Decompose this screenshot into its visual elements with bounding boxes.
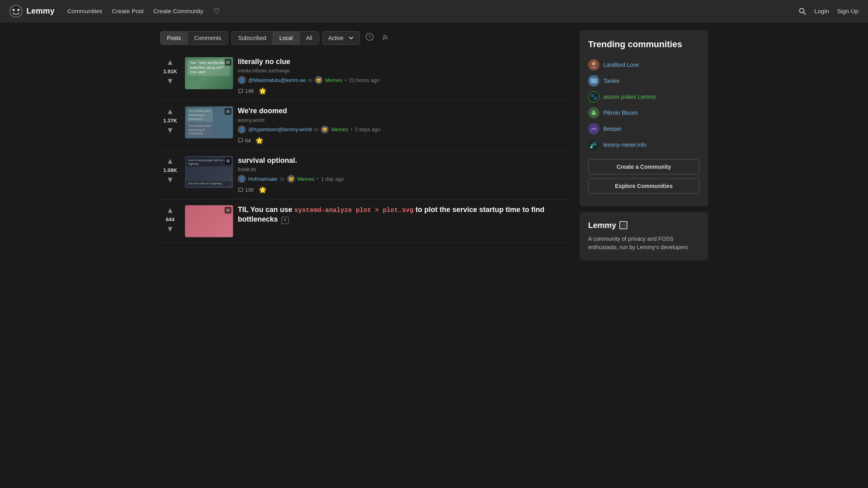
nav-create-post[interactable]: Create Post	[112, 6, 144, 16]
community-link[interactable]: Memes	[325, 77, 342, 83]
upvote-button[interactable]: ▲	[165, 57, 175, 67]
post-title[interactable]: literally no clue	[238, 57, 570, 66]
tab-posts[interactable]: Posts	[161, 32, 188, 44]
list-item[interactable]: 🐾 asonix pokes Lemmy	[588, 89, 699, 105]
lemmy-description: A community of privacy and FOSS enthusia…	[588, 235, 699, 252]
post-time: 2 days ago	[355, 126, 380, 132]
post-title[interactable]: survival optional.	[238, 156, 570, 165]
award-icon[interactable]: 🌟	[259, 87, 267, 95]
svg-point-9	[592, 62, 596, 66]
svg-point-1	[12, 9, 15, 11]
vote-count: 644	[166, 216, 175, 222]
post-meta: 👤 Hofmaimaier to 🐱 Memes • 1 day ago	[238, 175, 570, 183]
post-thumbnail[interactable]: ⊞	[185, 205, 233, 237]
expand-icon[interactable]: +	[281, 217, 289, 224]
meta-dot: •	[345, 77, 347, 83]
lemmy-logo-icon	[10, 5, 22, 18]
search-icon	[798, 7, 806, 15]
nav-communities[interactable]: Communities	[67, 6, 102, 16]
thumbnail-type-icon: ⊞	[225, 158, 231, 164]
upvote-button[interactable]: ▲	[165, 156, 175, 166]
post-thumbnail[interactable]: How to keep people safe on a highway Don…	[185, 156, 233, 188]
sort-dropdown[interactable]: Active	[322, 31, 360, 45]
logo-text: Lemmy	[26, 6, 54, 16]
chevron-down-icon	[348, 35, 354, 41]
comment-count[interactable]: 130	[238, 187, 254, 193]
downvote-button[interactable]: ▼	[165, 175, 175, 184]
search-button[interactable]	[798, 7, 806, 15]
downvote-button[interactable]: ▼	[165, 76, 175, 86]
vote-count: 1.37K	[163, 118, 177, 124]
post-card: ▲ 1.91K ▼ You: "Why are the bees butterf…	[160, 52, 570, 101]
svg-point-7	[383, 38, 384, 40]
award-icon[interactable]: 🌟	[255, 137, 263, 144]
feed-tab-local[interactable]: Local	[273, 32, 299, 44]
community-link[interactable]: Memes	[331, 126, 348, 132]
comment-count[interactable]: 64	[238, 138, 251, 144]
user-avatar: 👤	[238, 175, 246, 183]
help-button[interactable]: ?	[363, 30, 376, 45]
list-item[interactable]: Landlord Love	[588, 57, 699, 73]
login-button[interactable]: Login	[814, 8, 829, 14]
lemmy-info-card: Lemmy □ A community of privacy and FOSS …	[580, 212, 708, 260]
community-avatar	[588, 139, 599, 150]
trending-communities-card: Trending communities Landlord Love Tanki…	[580, 30, 708, 206]
list-item[interactable]: Pikmin Bloom	[588, 105, 699, 121]
community-avatar: 🐱	[321, 126, 329, 134]
author-link[interactable]: @hypertown@lemmy.world	[248, 126, 311, 132]
meta-dot: •	[317, 176, 319, 182]
sort-label: Active	[328, 35, 344, 41]
meta-separator: to	[280, 176, 285, 182]
post-thumbnail[interactable]: The flowers are blooming in Antarctica T…	[185, 106, 233, 138]
list-item[interactable]: lemmy-meter.info	[588, 137, 699, 153]
thumbnail-type-icon: ⊞	[225, 59, 231, 66]
post-time: 1 day ago	[321, 176, 344, 182]
post-title[interactable]: We're doomed	[238, 106, 570, 116]
post-card: ▲ 1.08K ▼ How to keep people safe on a h…	[160, 150, 570, 200]
author-link[interactable]: Hofmaimaier	[248, 176, 278, 182]
downvote-button[interactable]: ▼	[165, 224, 175, 234]
trending-communities-title: Trending communities	[588, 39, 699, 50]
vote-column: ▲ 1.08K ▼	[160, 156, 180, 184]
signup-button[interactable]: Sign Up	[837, 8, 858, 14]
comment-count[interactable]: 148	[238, 88, 254, 94]
explore-communities-button[interactable]: Explore Communities	[588, 178, 699, 194]
community-avatar	[588, 75, 599, 86]
help-icon: ?	[366, 33, 374, 41]
navbar-right: Login Sign Up	[798, 7, 858, 15]
nav-create-community[interactable]: Create Community	[153, 6, 203, 16]
tab-comments[interactable]: Comments	[188, 32, 228, 44]
upvote-button[interactable]: ▲	[165, 205, 175, 215]
feed-tab-subscribed[interactable]: Subscribed	[232, 32, 273, 44]
nav-heart-btn[interactable]: ♡	[213, 6, 220, 16]
svg-text:🐾: 🐾	[590, 93, 598, 100]
post-thumbnail[interactable]: You: "Why are the bees butterflies dying…	[185, 57, 233, 89]
post-title[interactable]: TIL You can use systemd-analyze plot > p…	[238, 205, 570, 224]
navbar-logo[interactable]: Lemmy	[10, 5, 54, 18]
rss-button[interactable]	[379, 30, 392, 45]
svg-point-16	[591, 111, 593, 113]
main-layout: Posts Comments Subscribed Local All Acti…	[154, 22, 714, 274]
post-card: ▲ 1.37K ▼ The flowers are blooming in An…	[160, 101, 570, 150]
comment-icon	[238, 138, 243, 143]
downvote-button[interactable]: ▼	[165, 125, 175, 135]
feed-tab-all[interactable]: All	[299, 32, 319, 44]
community-name: Tankie	[603, 78, 619, 84]
community-avatar	[588, 107, 599, 118]
post-body: literally no clue media.infosec.exchange…	[238, 57, 570, 95]
post-card: ▲ 644 ▼ ⊞ TIL You can use systemd-analyz…	[160, 200, 570, 243]
award-icon[interactable]: 🌟	[259, 186, 267, 194]
post-time: 23 hours ago	[349, 77, 379, 83]
list-item[interactable]: Beeper	[588, 121, 699, 137]
comment-icon	[238, 187, 243, 193]
view-tab-group: Posts Comments	[160, 31, 228, 45]
author-link[interactable]: @Masimatutu@lemm.ee	[248, 77, 305, 83]
create-community-button[interactable]: Create a Community	[588, 159, 699, 174]
comment-icon	[238, 88, 243, 94]
community-link[interactable]: Memes	[297, 176, 315, 182]
post-body: survival optional. feddit.de 👤 Hofmaimai…	[238, 156, 570, 194]
list-item[interactable]: Tankie	[588, 73, 699, 89]
meta-dot: •	[351, 126, 353, 132]
upvote-button[interactable]: ▲	[165, 106, 175, 116]
community-avatar	[588, 59, 599, 70]
